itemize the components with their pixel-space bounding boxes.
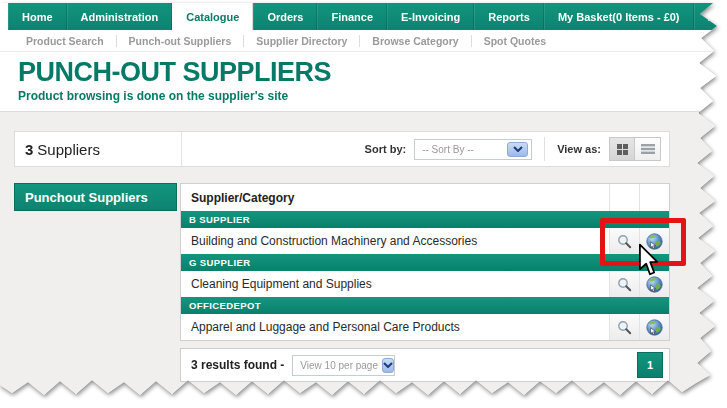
table-row: Building and Construction Machinery and … [181, 228, 669, 254]
page-size-select[interactable]: View 10 per page [292, 355, 395, 376]
results-toolbar: 3 Suppliers Sort by: -- Sort By -- View … [14, 131, 670, 167]
sort-view-controls: Sort by: -- Sort By -- View as: [365, 132, 669, 166]
chevron-down-icon[interactable] [507, 142, 528, 157]
supplier-band: B SUPPLIER [181, 211, 669, 228]
results-found-text: 3 results found - [191, 358, 284, 372]
page-header: PUNCH-OUT SUPPLIERS Product browsing is … [0, 52, 727, 111]
suppliers-table: Supplier/Category B SUPPLIER Building an… [180, 183, 670, 341]
sort-by-label: Sort by: [365, 143, 407, 155]
supplier-band: G SUPPLIER [181, 254, 669, 271]
view-toggle [609, 137, 661, 161]
search-icon[interactable] [609, 228, 639, 254]
tab-catalogue[interactable]: Catalogue [172, 3, 253, 30]
tab-e-invoicing[interactable]: E-Invoicing [387, 3, 474, 30]
results-footer: 3 results found - View 10 per page 1 [180, 348, 670, 382]
tab-administration[interactable]: Administration [67, 3, 173, 30]
grid-view-icon[interactable] [610, 138, 635, 160]
punchout-suppliers-header: Punchout Suppliers [14, 183, 177, 211]
search-icon[interactable] [609, 314, 639, 340]
category-name: Building and Construction Machinery and … [181, 228, 609, 254]
supplier-count-label: Suppliers [37, 141, 100, 158]
search-icon[interactable] [609, 271, 639, 297]
punchout-column-header [639, 184, 669, 211]
subnav-product-search[interactable]: Product Search [14, 35, 117, 47]
category-name: Cleaning Equipment and Supplies [181, 271, 609, 297]
supplier-count: 3 Suppliers [15, 132, 182, 166]
page-size-value: View 10 per page [300, 360, 378, 371]
tab-orders[interactable]: Orders [253, 3, 317, 30]
page-title: PUNCH-OUT SUPPLIERS [18, 57, 727, 88]
page-number-button[interactable]: 1 [637, 352, 663, 378]
subnav-punch-out-suppliers[interactable]: Punch-out Suppliers [117, 35, 245, 47]
basket-history-button[interactable]: Basket History [694, 3, 727, 30]
subnav-spot-quotes[interactable]: Spot Quotes [472, 35, 558, 47]
sort-by-value: -- Sort By -- [422, 144, 503, 155]
toolbar-divider [544, 137, 545, 161]
top-navigation-right: My Basket(0 Items - £0) Basket History Q… [544, 3, 727, 30]
punchout-globe-icon[interactable] [639, 271, 669, 297]
top-navigation: Home Administration Catalogue Orders Fin… [8, 3, 727, 30]
punchout-globe-icon[interactable] [639, 314, 669, 340]
sub-navigation: Product Search Punch-out Suppliers Suppl… [0, 30, 727, 52]
suppliers-table-area: Punchout Suppliers Supplier/Category B S… [0, 183, 727, 382]
tab-home[interactable]: Home [8, 3, 67, 30]
category-name: Apparel and Luggage and Personal Care Pr… [181, 314, 609, 340]
screenshot-torn-paper: Home Administration Catalogue Orders Fin… [0, 3, 727, 408]
search-column-header [609, 184, 639, 211]
subnav-browse-category[interactable]: Browse Category [360, 35, 471, 47]
table-row: Apparel and Luggage and Personal Care Pr… [181, 314, 669, 340]
app-window: Home Administration Catalogue Orders Fin… [0, 3, 727, 408]
main-content: 3 Suppliers Sort by: -- Sort By -- View … [0, 111, 727, 408]
view-as-label: View as: [557, 143, 601, 155]
supplier-count-number: 3 [25, 141, 33, 158]
chevron-down-icon[interactable] [382, 358, 394, 373]
table-header-row: Supplier/Category [181, 184, 669, 211]
page-subtitle: Product browsing is done on the supplier… [18, 89, 727, 103]
tab-finance[interactable]: Finance [317, 3, 387, 30]
list-view-icon[interactable] [635, 138, 660, 160]
punchout-globe-icon[interactable] [639, 228, 669, 254]
my-basket-button[interactable]: My Basket(0 Items - £0) [544, 3, 694, 30]
supplier-category-column-header: Supplier/Category [181, 184, 609, 211]
tab-reports[interactable]: Reports [474, 3, 544, 30]
subnav-supplier-directory[interactable]: Supplier Directory [244, 35, 360, 47]
supplier-band: OFFICEDEPOT [181, 297, 669, 314]
sort-by-select[interactable]: -- Sort By -- [414, 139, 532, 160]
table-row: Cleaning Equipment and Supplies [181, 271, 669, 297]
